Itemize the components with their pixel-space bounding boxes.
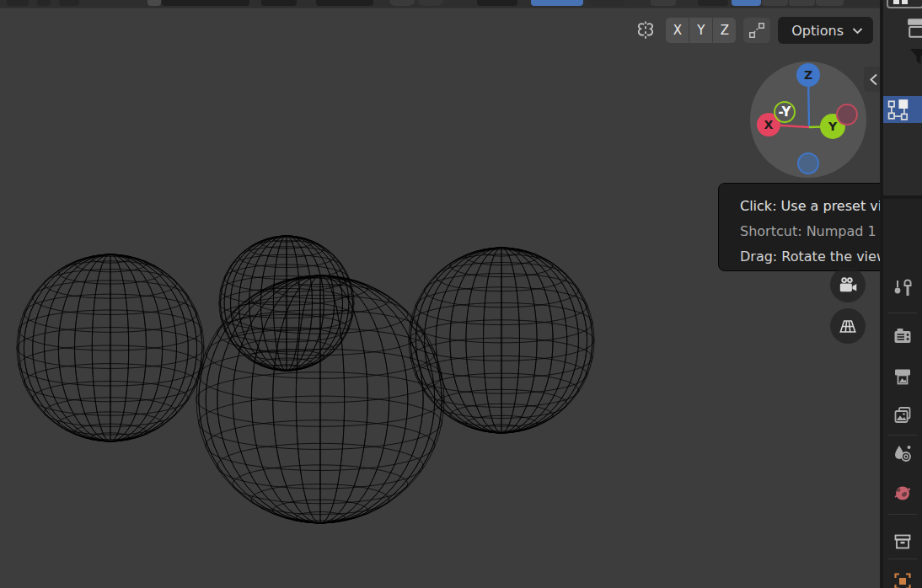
shading-solid-button[interactable] [762, 0, 788, 6]
active-header-toggle[interactable] [531, 0, 583, 6]
blender-window: XYZ Options ZXY-Y Click: Use a preset vi… [0, 0, 922, 588]
tab-scene-properties[interactable] [893, 443, 913, 463]
mirror-axis-toggles: XYZ [666, 18, 736, 43]
mirror-axis-x-toggle[interactable]: X [666, 18, 689, 43]
right-panel [883, 0, 922, 588]
outliner-selected-item[interactable] [883, 96, 922, 123]
chevron-left-icon [869, 73, 878, 86]
transform-orientation-dropdown[interactable] [162, 0, 249, 6]
grid-icon [837, 315, 859, 337]
tool-icon-fragment[interactable] [147, 0, 161, 6]
wireframe-sphere [17, 254, 204, 441]
gizmo-axis-negative-ball[interactable] [837, 104, 857, 125]
navigation-gizmo[interactable]: ZXY-Y [742, 53, 876, 188]
shading-rendered-button[interactable] [816, 0, 844, 6]
collection-archive-icon [893, 532, 913, 552]
gizmo-axis-negative-ball[interactable] [798, 153, 818, 174]
render-camera-back-icon [893, 326, 913, 346]
svg-text:Z: Z [804, 68, 812, 82]
filter-funnel-icon[interactable] [909, 46, 922, 67]
object-brackets-icon [893, 571, 913, 588]
view-dropdown-fragment[interactable] [477, 0, 517, 6]
toggle-orthographic-button[interactable] [830, 308, 866, 344]
tab-tool-properties[interactable] [893, 278, 913, 298]
camera-icon [837, 274, 859, 296]
options-label: Options [791, 23, 844, 39]
shading-wireframe-button[interactable] [732, 0, 761, 6]
wireframe-sphere [409, 248, 594, 433]
toolbar-fragment[interactable] [59, 0, 79, 6]
scene-icon [893, 443, 913, 463]
world-globe-icon [893, 483, 913, 503]
shading-material-button[interactable] [789, 0, 815, 6]
options-dropdown[interactable]: Options [778, 17, 873, 44]
tab-render-properties[interactable] [893, 326, 913, 346]
proportional-editing-button[interactable] [389, 0, 415, 6]
tab-output-properties[interactable] [893, 366, 913, 387]
tab-collection-properties[interactable] [893, 532, 913, 552]
wireframe-sphere [196, 275, 444, 523]
svg-text:-Y: -Y [779, 104, 792, 120]
properties-tab-strip [883, 199, 922, 588]
svg-text:Y: Y [828, 120, 838, 133]
tool-icon [893, 278, 913, 298]
chevron-down-icon [852, 27, 863, 35]
tab-view-layer-properties[interactable] [893, 405, 913, 425]
mirror-axis-z-toggle[interactable]: Z [713, 18, 736, 43]
outliner-header-icon-fragment[interactable] [907, 17, 922, 39]
transform-pivot-button[interactable] [261, 0, 297, 6]
toggle-camera-view-button[interactable] [830, 267, 866, 302]
gizmos-icon-fragment[interactable] [651, 0, 676, 6]
object-squares-icon [887, 99, 911, 120]
mirror-icon [633, 18, 658, 43]
tab-object-properties[interactable] [893, 571, 913, 588]
proportional-falloff-button[interactable] [418, 0, 443, 6]
mirror-axis-y-toggle[interactable]: Y [689, 18, 712, 43]
tab-world-properties[interactable] [893, 483, 913, 503]
outliner-sliver [883, 0, 922, 195]
outliner-display-mode-fragment[interactable] [887, 0, 922, 8]
svg-text:X: X [764, 118, 774, 131]
falloff-button[interactable] [743, 18, 770, 43]
toolbar-fragment[interactable] [37, 0, 51, 6]
view-layer-images-icon [893, 405, 913, 425]
overlays-toggle[interactable] [698, 0, 728, 6]
toolbar-fragment[interactable] [7, 0, 29, 6]
snapping-magnet-button[interactable] [316, 0, 373, 6]
tool-settings-bar: XYZ Options [633, 15, 873, 45]
output-printer-icon [893, 366, 913, 387]
show-gizmo-button[interactable] [590, 0, 625, 6]
